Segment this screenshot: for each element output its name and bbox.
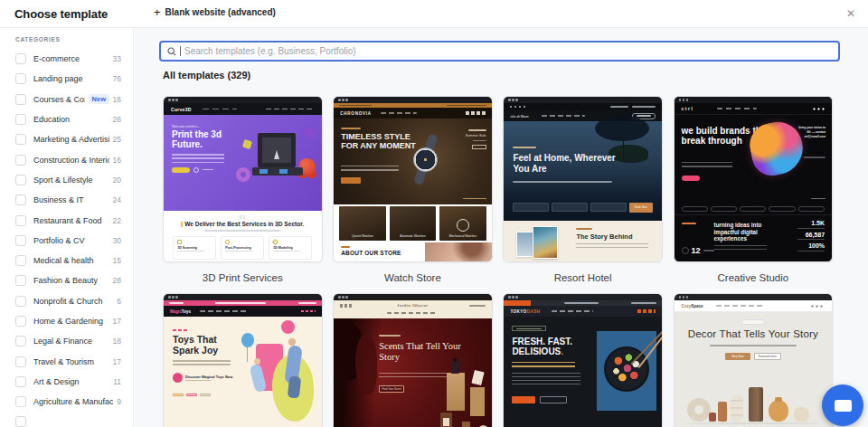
category-item[interactable]: Medical & health 15: [0, 251, 133, 270]
category-checkbox[interactable]: [15, 416, 26, 427]
category-count: 26: [109, 115, 121, 124]
hero-badge: [741, 319, 765, 325]
category-item-partial[interactable]: [0, 412, 133, 427]
kid-head: [288, 338, 296, 346]
podium: [470, 387, 485, 416]
category-checkbox[interactable]: [15, 215, 26, 226]
story-photo: [533, 226, 558, 259]
template-cell: Magic Toys Toys That Spark Joy Discover …: [163, 293, 323, 427]
category-item[interactable]: Agriculture & Manufacturing 9: [0, 392, 133, 412]
template-card-3d-print-services[interactable]: Curve3D Welcome and let's... Print the 3…: [163, 96, 323, 262]
blank-website-button[interactable]: + Blank website (advanced): [154, 6, 276, 18]
site-logo: CHRONOVIA: [340, 111, 372, 116]
template-card-sushi-restaurant[interactable]: TOKYO DASH FRESH. FAST. DELISIOUS.: [503, 293, 663, 427]
template-card-resort-hotel[interactable]: isla di Mare Feel at Home, Wherever You …: [503, 96, 663, 262]
hero-section: we build brands that break through bring…: [675, 115, 833, 203]
category-item[interactable]: Business & IT 24: [0, 190, 133, 210]
search-bar[interactable]: [159, 41, 840, 62]
nav-links: [716, 305, 763, 307]
globe-icon: [682, 247, 689, 254]
vase-wavy: [731, 394, 743, 422]
blank-website-label: Blank website (advanced): [165, 7, 276, 17]
chat-button[interactable]: [822, 384, 863, 426]
category-item[interactable]: Sport & Lifestyle 20: [0, 170, 133, 190]
category-checkbox[interactable]: [15, 73, 26, 84]
phone-text: [564, 302, 599, 303]
category-checkbox[interactable]: [15, 94, 26, 105]
category-label: Restaurant & Food: [33, 216, 102, 225]
category-checkbox[interactable]: [15, 336, 26, 346]
about-section: ABOUT OUR STORE: [334, 242, 492, 261]
template-name: Resort Hotel: [503, 262, 663, 293]
nav-links: [266, 109, 315, 110]
window-dots-icon: [679, 99, 682, 101]
category-item[interactable]: Fashion & Beauty 28: [0, 270, 133, 290]
search-input[interactable]: [184, 46, 832, 56]
category-item[interactable]: Nonprofit & Church 6: [0, 291, 133, 311]
category-checkbox[interactable]: [15, 155, 26, 166]
tag-pill: [740, 206, 766, 212]
category-item[interactable]: Legal & Finance 18: [0, 331, 133, 351]
category-checkbox[interactable]: [15, 275, 26, 286]
site-navbar: ctrl: [675, 103, 833, 115]
vase-gourd: [769, 400, 788, 422]
category-label: Construction & Interior: [33, 156, 109, 165]
category-checkbox[interactable]: [15, 255, 26, 266]
hero-title: FRESH. FAST. DELISIOUS.: [512, 337, 595, 356]
category-checkbox[interactable]: [15, 296, 26, 307]
category-checkbox[interactable]: [15, 134, 26, 145]
social-icons: [300, 309, 316, 313]
stats-column: 1.5K 66,587 100%: [785, 220, 825, 251]
tile: Quartz Watches: [339, 206, 386, 241]
category-checkbox[interactable]: [15, 396, 26, 407]
category-checkbox[interactable]: [15, 356, 26, 367]
category-item[interactable]: Education 26: [0, 109, 133, 129]
category-checkbox[interactable]: [15, 175, 26, 185]
category-count: 15: [109, 256, 121, 265]
category-item[interactable]: Landing page 76: [0, 69, 133, 89]
category-checkbox[interactable]: [15, 376, 26, 387]
category-item[interactable]: Marketing & Advertising 25: [0, 129, 133, 149]
category-item[interactable]: Construction & Interior 16: [0, 149, 133, 169]
vase-donut: [687, 398, 711, 422]
printer-button: [279, 169, 288, 174]
category-item[interactable]: E-commerce 33: [0, 49, 133, 69]
window-dots-icon: [679, 296, 682, 299]
category-checkbox[interactable]: [15, 316, 26, 327]
category-checkbox[interactable]: [15, 195, 26, 205]
nav-links: [542, 115, 585, 117]
template-card-creative-studio[interactable]: ctrl we build brands that break through …: [674, 96, 834, 262]
category-checkbox[interactable]: [15, 235, 26, 246]
category-item[interactable]: Courses & Coaching New 16: [0, 90, 133, 109]
template-card-perfume-store[interactable]: Jardin Obscur Scents That Tell Your Stor…: [333, 293, 493, 427]
perfume-bottle: [451, 362, 459, 374]
feature-text: [273, 251, 300, 251]
hero-cta-button: [512, 396, 535, 403]
bottle-label: [443, 418, 449, 426]
template-card-toy-store[interactable]: Magic Toys Toys That Spark Joy Discover …: [163, 293, 323, 427]
site-navbar: TOKYO DASH: [504, 306, 662, 317]
window-dots-icon: [338, 296, 341, 299]
section-title: ABOUT OUR STORE: [341, 250, 401, 256]
site-logo: Toys: [182, 309, 191, 314]
category-item[interactable]: Home & Gardening 17: [0, 311, 133, 331]
category-item[interactable]: Travel & Tourism 17: [0, 351, 133, 371]
category-item[interactable]: Art & Design 11: [0, 372, 133, 392]
site-logo: Jardin Obscur: [334, 303, 492, 308]
search-icon: [167, 47, 176, 56]
category-checkbox[interactable]: [15, 114, 26, 125]
feature-label: 3D Scanning: [177, 246, 212, 250]
site-navbar: Cozy Space: [675, 300, 833, 312]
template-card-watch-store[interactable]: CHRONOVIA TIMELESS STYLE FOR ANY MOMENT …: [333, 96, 493, 262]
category-item[interactable]: Portfolio & CV 30: [0, 231, 133, 251]
close-icon[interactable]: ✕: [843, 5, 859, 22]
category-checkbox[interactable]: [15, 53, 26, 64]
template-card-home-decor[interactable]: Cozy Space Decor That Tells Your Story S…: [674, 293, 834, 427]
dialog-header: Choose template + Blank website (advance…: [0, 0, 868, 28]
site-header: Jardin Obscur: [334, 300, 492, 318]
vase-wood: [749, 387, 763, 422]
category-item[interactable]: Restaurant & Food 22: [0, 210, 133, 230]
social-icons: [510, 106, 526, 109]
header-link: [469, 305, 486, 307]
model-photo: [425, 242, 492, 261]
